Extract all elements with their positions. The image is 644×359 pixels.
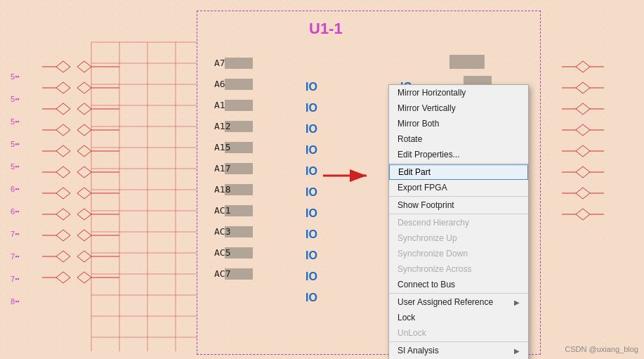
- io-label-10: IO: [305, 267, 317, 287]
- menu-item-label-user-assigned-reference: User Assigned Reference: [397, 297, 493, 307]
- menu-item-lock[interactable]: Lock: [389, 310, 528, 325]
- menu-item-synchronize-down: Synchronize Down: [389, 246, 528, 261]
- menu-item-connect-to-bus[interactable]: Connect to Bus: [389, 277, 528, 292]
- menu-item-label-connect-to-bus: Connect to Bus: [397, 280, 455, 289]
- left-num: 5▪▪: [11, 89, 20, 109]
- watermark: CSDN @uxiang_blog: [565, 345, 638, 353]
- menu-item-label-unlock: UnLock: [397, 328, 426, 338]
- io-label-8: IO: [305, 225, 317, 244]
- pin-label-ac5: AC5: [214, 242, 230, 262]
- pin-label-a7: A7: [214, 53, 230, 72]
- menu-item-unlock: UnLock: [389, 325, 528, 341]
- schematic-grid: [0, 0, 644, 359]
- menu-item-show-footprint[interactable]: Show Footprint: [389, 197, 528, 213]
- menu-item-label-synchronize-up: Synchronize Up: [397, 233, 457, 243]
- pin-label-a18: A18: [214, 179, 230, 199]
- menu-item-label-mirror-vertically: Mirror Vertically: [397, 103, 456, 113]
- left-num: 5▪▪: [11, 134, 20, 154]
- io-label-7: IO: [305, 204, 317, 223]
- pin-label-a6: A6: [214, 74, 230, 93]
- submenu-arrow-icon: ▶: [514, 299, 520, 306]
- io-label-6: IO: [305, 183, 317, 202]
- io-label-5: IO: [305, 162, 317, 181]
- io-label-1: IO: [305, 77, 317, 97]
- menu-item-label-show-footprint: Show Footprint: [397, 200, 454, 210]
- menu-item-label-synchronize-across: Synchronize Across: [397, 264, 471, 274]
- left-num: 5▪▪: [11, 112, 20, 131]
- pin-label-a15: A15: [214, 137, 230, 157]
- menu-item-label-si-analysis: SI Analysis: [397, 346, 439, 355]
- io-label-4: IO: [305, 141, 317, 160]
- left-num: 6▪▪: [11, 179, 20, 199]
- submenu-arrow-icon: ▶: [514, 347, 520, 355]
- menu-separator: [389, 163, 528, 164]
- pin-label-a1: A1: [214, 95, 230, 115]
- pin-label-a17: A17: [214, 158, 230, 178]
- menu-item-descend-hierarchy: Descend Hierarchy: [389, 215, 528, 230]
- menu-item-label-mirror-both: Mirror Both: [397, 119, 439, 129]
- menu-item-mirror-both[interactable]: Mirror Both: [389, 116, 528, 131]
- pin-labels-area: A7 A6 A1 A12 A15 A17 A18 AC1 AC3 AC5 AC7: [214, 53, 230, 283]
- menu-item-label-synchronize-down: Synchronize Down: [397, 249, 468, 259]
- menu-item-label-descend-hierarchy: Descend Hierarchy: [397, 218, 469, 228]
- menu-item-si-analysis[interactable]: SI Analysis▶: [389, 343, 528, 358]
- menu-item-label-edit-properties: Edit Properties...: [397, 150, 460, 159]
- menu-item-synchronize-up: Synchronize Up: [389, 230, 528, 246]
- io-label-9: IO: [305, 246, 317, 266]
- io-label-11: IO: [305, 288, 317, 308]
- pin-label-ac3: AC3: [214, 221, 230, 241]
- component-title: U1-1: [309, 20, 343, 38]
- menu-item-mirror-horizontally[interactable]: Mirror Horizontally: [389, 85, 528, 100]
- menu-item-edit-properties[interactable]: Edit Properties...: [389, 147, 528, 162]
- left-num: 6▪▪: [11, 202, 20, 221]
- menu-item-label-lock: Lock: [397, 313, 415, 322]
- menu-item-edit-part[interactable]: Edit Part: [389, 164, 528, 180]
- left-num: 5▪▪: [11, 67, 20, 86]
- menu-item-mirror-vertically[interactable]: Mirror Vertically: [389, 100, 528, 116]
- menu-item-export-fpga[interactable]: Export FPGA: [389, 180, 528, 195]
- io-labels-area: IO IO IO IO IO IO IO IO IO IO IO: [305, 77, 317, 308]
- context-menu: Mirror HorizontallyMirror VerticallyMirr…: [388, 84, 529, 359]
- menu-item-label-export-fpga: Export FPGA: [397, 183, 447, 192]
- menu-separator: [389, 214, 528, 214]
- left-num: 7▪▪: [11, 224, 20, 244]
- menu-separator: [389, 196, 528, 197]
- menu-item-rotate[interactable]: Rotate: [389, 131, 528, 147]
- pin-label-ac1: AC1: [214, 200, 230, 220]
- left-num: 7▪▪: [11, 269, 20, 289]
- io-label-2: IO: [305, 98, 317, 118]
- menu-item-label-mirror-horizontally: Mirror Horizontally: [397, 88, 466, 98]
- menu-separator: [389, 341, 528, 342]
- menu-item-label-rotate: Rotate: [397, 134, 422, 144]
- left-num: 5▪▪: [11, 157, 20, 176]
- left-num: 7▪▪: [11, 247, 20, 266]
- io-label-3: IO: [305, 119, 317, 139]
- pin-label-ac7: AC7: [214, 263, 230, 283]
- menu-item-user-assigned-reference[interactable]: User Assigned Reference▶: [389, 294, 528, 310]
- left-numbers: 5▪▪ 5▪▪ 5▪▪ 5▪▪ 5▪▪ 6▪▪ 6▪▪ 7▪▪ 7▪▪ 7▪▪ …: [11, 67, 20, 311]
- menu-separator: [389, 293, 528, 294]
- pin-label-a12: A12: [214, 116, 230, 136]
- menu-item-synchronize-across: Synchronize Across: [389, 261, 528, 277]
- left-num: 8▪▪: [11, 292, 20, 311]
- menu-item-label-edit-part: Edit Part: [398, 167, 431, 177]
